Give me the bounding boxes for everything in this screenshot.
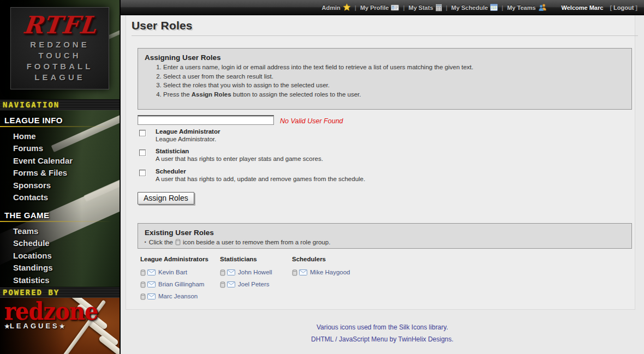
- role-option-scheduler: Scheduler A user that has rights to add,…: [139, 168, 521, 183]
- sidebar-item-forms-files[interactable]: Forms & Files: [0, 167, 120, 179]
- page-title: User Roles: [132, 19, 193, 32]
- sidebar-item-teams[interactable]: Teams: [0, 225, 120, 237]
- email-user-icon[interactable]: [227, 269, 235, 275]
- user-link[interactable]: Brian Gillingham: [158, 281, 204, 287]
- rtfl-logo-line: TOUCH: [11, 50, 109, 61]
- search-status-message: No Valid User Found: [280, 117, 343, 125]
- delete-user-icon[interactable]: [220, 269, 225, 276]
- calculator-icon: [436, 4, 442, 11]
- welcome-message: Welcome Marc: [562, 4, 604, 11]
- assigning-user-roles-panel: Assigning User Roles Enter a users name,…: [138, 48, 632, 110]
- section-title: LEAGUE INFO: [0, 116, 120, 125]
- title-divider: [132, 35, 638, 36]
- user-link[interactable]: Mike Haygood: [310, 269, 350, 275]
- section-the-game: THE GAME Teams Schedule Locations Standi…: [0, 211, 120, 286]
- panel-title: Assigning User Roles: [145, 53, 625, 62]
- separator: |: [355, 4, 356, 11]
- twinhelix-credit-link[interactable]: DHTML / JavaScript Menu by TwinHelix Des…: [121, 335, 644, 343]
- group-league-administrators: League Administrators Kevin Bart Brian G…: [140, 256, 220, 302]
- role-description: League Administrator.: [156, 136, 521, 143]
- user-link[interactable]: Joel Peters: [238, 281, 270, 287]
- section-league-info: LEAGUE INFO Home Forums Event Calendar F…: [0, 116, 120, 203]
- role-checkbox-league-administrator[interactable]: [139, 130, 146, 136]
- sidebar-item-sponsors[interactable]: Sponsors: [0, 179, 120, 191]
- delete-user-icon[interactable]: [292, 269, 297, 276]
- role-description: A user that has rights to enter player s…: [156, 155, 521, 163]
- instruction-step: Press the Assign Roles button to assign …: [163, 91, 631, 98]
- email-user-icon[interactable]: [147, 269, 156, 275]
- topbar-my-schedule[interactable]: My Schedule: [451, 4, 498, 11]
- existing-user-roles-panel: Existing User Roles ▪ Click the icon bes…: [138, 223, 632, 249]
- sidebar-item-event-calendar[interactable]: Event Calendar: [0, 155, 120, 167]
- delete-user-icon[interactable]: [140, 293, 146, 300]
- instruction-step: Enter a users name, login id or email ad…: [163, 64, 631, 70]
- user-row: Marc Jeanson: [140, 290, 220, 302]
- delete-user-icon[interactable]: [140, 281, 146, 288]
- role-checkbox-statistician[interactable]: [139, 149, 146, 156]
- group-title: Schedulers: [292, 256, 401, 262]
- navigation-band: NAVIGATION: [0, 99, 120, 110]
- redzone-leagues-logo[interactable]: redzone ★LEAGUES★: [4, 301, 98, 330]
- topbar-admin-label: Admin: [322, 4, 341, 11]
- vcard-icon: [391, 4, 399, 11]
- sidebar-item-home[interactable]: Home: [0, 130, 120, 142]
- user-row: Kevin Bart: [140, 266, 220, 278]
- separator: |: [502, 4, 503, 11]
- rtfl-logo-line: REDZONE: [11, 39, 109, 50]
- sidebar-item-schedule[interactable]: Schedule: [0, 237, 120, 249]
- user-row: Mike Haygood: [292, 266, 401, 278]
- main-content: User Roles Assigning User Roles Enter a …: [121, 15, 644, 354]
- rtfl-logo-line: FOOTBALL: [11, 61, 109, 72]
- role-description: A user that has rights to add, update an…: [156, 176, 521, 183]
- role-label: Scheduler: [156, 168, 521, 176]
- topbar-my-stats[interactable]: My Stats: [409, 4, 442, 11]
- sidebar-item-statistics[interactable]: Statistics: [0, 274, 120, 286]
- email-user-icon[interactable]: [147, 281, 156, 287]
- star-icon: [343, 3, 351, 11]
- bullet-glyph: ▪: [145, 239, 146, 244]
- topbar-my-teams-label: My Teams: [507, 4, 535, 11]
- separator: |: [403, 4, 404, 11]
- logout-button[interactable]: [Logout]: [610, 4, 637, 11]
- role-checkbox-scheduler[interactable]: [139, 170, 146, 176]
- group-schedulers: Schedulers Mike Haygood: [292, 256, 401, 302]
- section-underline: [0, 126, 112, 127]
- group-title: Statisticians: [220, 256, 292, 262]
- email-user-icon[interactable]: [147, 293, 156, 299]
- redzone-logo-name: redzone: [4, 299, 98, 323]
- group-title: League Administrators: [140, 256, 220, 262]
- topbar-my-stats-label: My Stats: [409, 4, 433, 11]
- topbar-my-profile[interactable]: My Profile: [360, 4, 399, 11]
- user-link[interactable]: Marc Jeanson: [158, 293, 198, 299]
- sidebar-item-standings[interactable]: Standings: [0, 262, 120, 274]
- rtfl-logo-acronym: RTFL: [9, 11, 110, 39]
- topbar: Admin | My Profile | My Stats | My Sched…: [121, 0, 644, 15]
- page-footer: Various icons used from the Silk Icons l…: [121, 323, 644, 347]
- assign-roles-button[interactable]: Assign Roles: [138, 192, 194, 205]
- silk-icons-credit-link[interactable]: Various icons used from the Silk Icons l…: [121, 323, 644, 331]
- topbar-my-schedule-label: My Schedule: [451, 4, 488, 11]
- sidebar: RTFL REDZONE TOUCH FOOTBALL LEAGUE NAVIG…: [0, 0, 120, 354]
- sidebar-item-locations[interactable]: Locations: [0, 250, 120, 262]
- role-label: League Administrator: [156, 128, 521, 136]
- rtfl-logo[interactable]: RTFL REDZONE TOUCH FOOTBALL LEAGUE: [10, 7, 109, 89]
- panel-title: Existing User Roles: [145, 229, 625, 237]
- delete-user-icon[interactable]: [220, 281, 225, 288]
- topbar-my-profile-label: My Profile: [360, 4, 389, 11]
- user-link[interactable]: John Howell: [238, 269, 272, 275]
- user-search-input[interactable]: [138, 115, 274, 125]
- user-link[interactable]: Kevin Bart: [158, 269, 187, 275]
- delete-user-icon[interactable]: [140, 269, 146, 276]
- section-title: THE GAME: [0, 211, 120, 220]
- topbar-my-teams[interactable]: My Teams: [507, 4, 547, 11]
- email-user-icon[interactable]: [299, 269, 307, 275]
- group-statisticians: Statisticians John Howell Joel Peters: [220, 256, 292, 302]
- group-icon: [538, 4, 547, 11]
- sidebar-item-forums[interactable]: Forums: [0, 142, 120, 154]
- topbar-admin[interactable]: Admin: [322, 3, 351, 11]
- sidebar-item-contacts[interactable]: Contacts: [0, 191, 120, 203]
- role-label: Statistician: [156, 148, 521, 155]
- email-user-icon[interactable]: [227, 281, 235, 287]
- remove-instruction: ▪ Click the icon beside a user to remove…: [145, 238, 625, 245]
- calendar-icon: [490, 4, 498, 11]
